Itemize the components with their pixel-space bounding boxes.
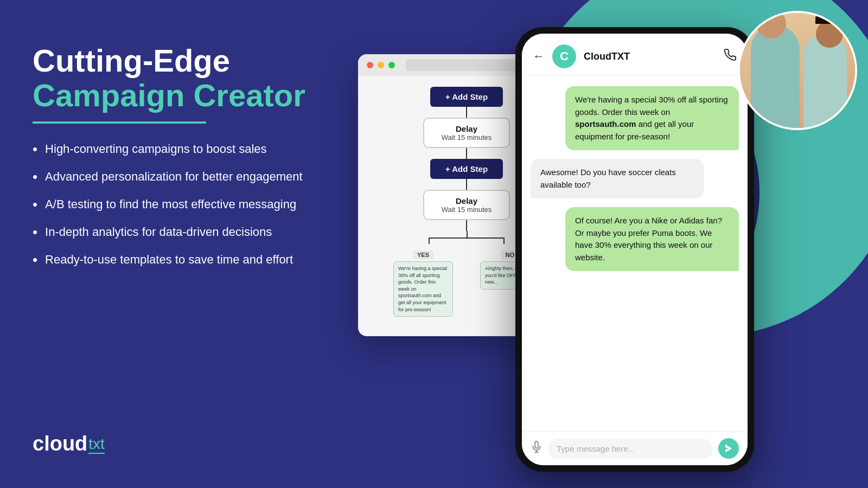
headline-divider [33,121,206,124]
branch-yes-tag: YES [413,251,433,259]
flow-line-2 [466,148,467,159]
message-1: We're having a special 30% off all sport… [565,86,739,150]
delay-box-1: Delay Wait 15 minutes [423,118,510,148]
bullet-3: A/B testing to find the most effective m… [33,196,347,214]
contact-name: CloudTXT [584,51,716,62]
phone-mockup: ← C CloudTXT We're having a special 30% … [515,27,754,472]
browser-dot-green [388,62,395,68]
delay1-sub: Wait 15 minutes [435,133,498,142]
bullet-1: High-converting campaigns to boost sales [33,141,347,159]
phone-inner: ← C CloudTXT We're having a special 30% … [522,34,748,465]
add-step-button-2[interactable]: + Add Step [430,159,503,179]
headline-line2: Campaign Creator [33,78,347,113]
flow-line-1 [466,107,467,118]
phone-header: ← C CloudTXT [522,34,748,75]
svg-marker-2 [725,445,732,453]
delay2-title: Delay [435,196,498,206]
delay2-sub: Wait 15 minutes [435,206,498,214]
bullet-5: Ready-to-use templates to save time and … [33,252,347,269]
back-button[interactable]: ← [533,49,545,63]
bullet-2: Advanced personalization for better enga… [33,169,347,187]
message-1-link: sportsauth.com [575,119,636,129]
delay1-title: Delay [435,124,498,133]
message-3: Of course! Are you a Nike or Adidas fan?… [565,207,739,271]
headline-line1: Cutting-Edge [33,43,347,78]
flow-line-4 [466,220,467,231]
message-input[interactable]: Type message here... [548,439,713,459]
branch-yes-col: YES We're having a special 30% off all s… [391,251,456,317]
profile-photo-inner [740,13,855,128]
yes-message-card: We're having a special 30% off all sport… [393,261,453,317]
add-step-button-1[interactable]: + Add Step [430,87,503,107]
profile-photo [738,11,857,130]
left-panel: Cutting-Edge Campaign Creator High-conve… [33,43,347,279]
send-button[interactable] [718,438,739,459]
message-2: Awesome! Do you have soccer cleats avail… [531,159,704,198]
messages-area: We're having a special 30% off all sport… [522,75,748,431]
contact-avatar: C [552,44,576,68]
logo: cloud txt [33,432,105,455]
message-input-bar: Type message here... [522,431,748,465]
delay-box-2: Delay Wait 15 minutes [423,190,510,220]
feature-list: High-converting campaigns to boost sales… [33,141,347,269]
browser-dot-red [367,62,373,68]
mic-button[interactable] [531,441,542,456]
logo-txt-text: txt [88,435,105,453]
browser-dot-yellow [378,62,384,68]
flow-line-3 [466,179,467,190]
bullet-4: In-depth analytics for data-driven decis… [33,224,347,242]
logo-cloud-text: cloud [33,432,87,455]
call-button[interactable] [724,48,737,65]
